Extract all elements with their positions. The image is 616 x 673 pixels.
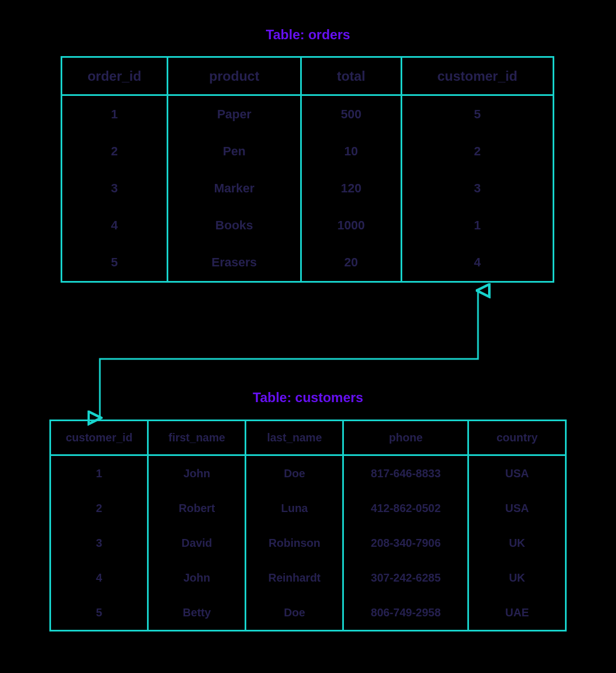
customers-col-first_name: first_name [149,421,246,456]
customers-header-row: customer_id first_name last_name phone c… [51,421,565,456]
cell: USA [469,491,565,526]
cell: 1 [51,456,149,491]
table-row: 4 John Reinhardt 307-242-6285 UK [51,560,565,595]
orders-table: order_id product total customer_id 1 Pap… [61,56,554,283]
orders-col-product: product [168,58,302,96]
cell: John [149,560,246,595]
cell: UAE [469,595,565,630]
cell: Books [168,207,302,244]
cell: UK [469,526,565,560]
cell: Pen [168,133,302,170]
cell: Reinhardt [246,560,344,595]
cell: Doe [246,456,344,491]
customers-col-country: country [469,421,565,456]
cell: 3 [402,170,553,207]
table-row: 2 Robert Luna 412-862-0502 USA [51,491,565,526]
cell: 307-242-6285 [344,560,469,595]
orders-col-order_id: order_id [62,58,168,96]
cell: 4 [62,207,168,244]
cell: USA [469,456,565,491]
cell: Luna [246,491,344,526]
cell: Erasers [168,244,302,281]
cell: 20 [302,244,402,281]
cell: Marker [168,170,302,207]
orders-col-total: total [302,58,402,96]
cell: Robert [149,491,246,526]
customers-col-customer_id: customer_id [51,421,149,456]
cell: UK [469,560,565,595]
cell: 2 [62,133,168,170]
cell: 1000 [302,207,402,244]
customers-table-title: Table: customers [0,390,616,405]
table-row: 5 Erasers 20 4 [62,244,553,281]
customers-col-last_name: last_name [246,421,344,456]
table-row: 1 John Doe 817-646-8833 USA [51,456,565,491]
cell: 120 [302,170,402,207]
cell: 10 [302,133,402,170]
cell: 806-749-2958 [344,595,469,630]
cell: 5 [402,96,553,133]
cell: 1 [402,207,553,244]
cell: John [149,456,246,491]
table-row: 4 Books 1000 1 [62,207,553,244]
customers-col-phone: phone [344,421,469,456]
table-row: 2 Pen 10 2 [62,133,553,170]
cell: 4 [402,244,553,281]
table-row: 5 Betty Doe 806-749-2958 UAE [51,595,565,630]
cell: Doe [246,595,344,630]
cell: Betty [149,595,246,630]
cell: Robinson [246,526,344,560]
cell: 3 [62,170,168,207]
cell: 3 [51,526,149,560]
cell: 4 [51,560,149,595]
customers-table: customer_id first_name last_name phone c… [49,420,567,631]
orders-table-title: Table: orders [0,27,616,43]
cell: 1 [62,96,168,133]
cell: 500 [302,96,402,133]
cell: 412-862-0502 [344,491,469,526]
cell: 5 [51,595,149,630]
table-row: 3 David Robinson 208-340-7906 UK [51,526,565,560]
cell: 2 [51,491,149,526]
cell: 817-646-8833 [344,456,469,491]
cell: David [149,526,246,560]
table-row: 3 Marker 120 3 [62,170,553,207]
cell: 208-340-7906 [344,526,469,560]
orders-col-customer_id: customer_id [402,58,553,96]
cell: 2 [402,133,553,170]
orders-header-row: order_id product total customer_id [62,58,553,96]
table-row: 1 Paper 500 5 [62,96,553,133]
cell: Paper [168,96,302,133]
cell: 5 [62,244,168,281]
